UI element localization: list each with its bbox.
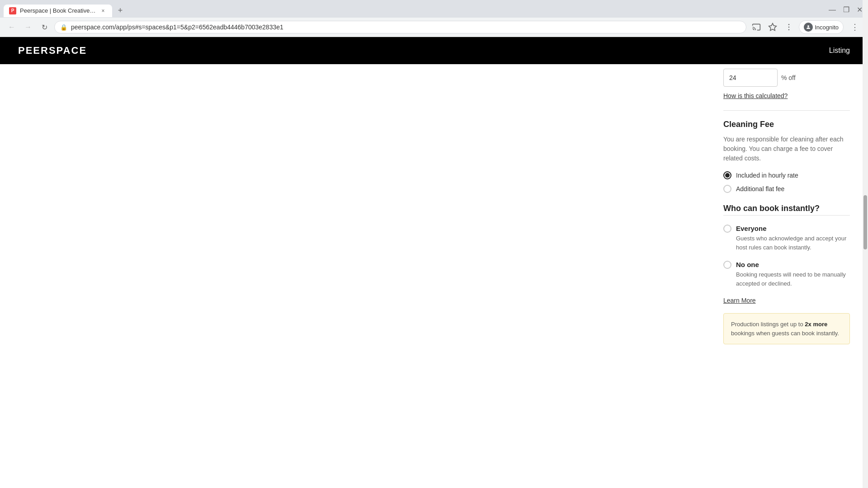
production-banner-highlight: 2x more xyxy=(805,321,827,328)
discount-input[interactable]: 24 xyxy=(723,69,778,87)
scroll-thumb[interactable] xyxy=(863,195,867,249)
cleaning-included-option[interactable]: Included in hourly rate xyxy=(723,171,850,179)
incognito-profile-button[interactable]: Incognito xyxy=(799,20,844,34)
everyone-option[interactable]: Everyone Guests who acknowledge and acce… xyxy=(723,225,850,252)
refresh-button[interactable]: ↻ xyxy=(38,21,51,33)
browser-menu-icon[interactable] xyxy=(783,21,795,33)
incognito-label: Incognito xyxy=(815,24,839,31)
minimize-button[interactable]: — xyxy=(827,4,838,16)
production-banner: Production listings get up to 2x more bo… xyxy=(723,313,850,344)
how-calculated-link[interactable]: How is this calculated? xyxy=(723,92,850,99)
main-content: 24 % off How is this calculated? Cleanin… xyxy=(0,64,868,485)
window-controls: — ❒ ✕ xyxy=(827,4,864,18)
cleaning-additional-radio[interactable] xyxy=(723,185,731,193)
url-text: peerspace.com/app/ps#s=spaces&p1=5&p2=65… xyxy=(71,23,741,31)
cleaning-additional-label: Additional flat fee xyxy=(736,185,784,192)
back-button[interactable]: ← xyxy=(5,21,18,33)
listing-nav-link[interactable]: Listing xyxy=(829,47,850,55)
svg-point-4 xyxy=(788,29,790,31)
no-one-content: No one Booking requests will need to be … xyxy=(736,261,850,288)
right-panel: 24 % off How is this calculated? Cleanin… xyxy=(705,64,868,485)
chrome-menu-button[interactable]: ⋮ xyxy=(847,20,863,34)
learn-more-link[interactable]: Learn More xyxy=(723,297,850,304)
cleaning-fee-description: You are responsible for cleaning after e… xyxy=(723,135,850,163)
address-bar-actions: Incognito ⋮ xyxy=(750,20,863,34)
production-banner-suffix: bookings when guests can book instantly. xyxy=(731,330,839,337)
svg-point-2 xyxy=(788,24,790,25)
tab-favicon: P xyxy=(9,7,16,14)
who-book-divider xyxy=(723,215,850,216)
no-one-option[interactable]: No one Booking requests will need to be … xyxy=(723,261,850,288)
tab-title: Peerspace | Book Creative Space xyxy=(20,7,96,14)
no-one-description: Booking requests will need to be manuall… xyxy=(736,270,850,288)
percent-off-label: % off xyxy=(781,74,796,81)
tab-bar: P Peerspace | Book Creative Space × + — … xyxy=(0,0,868,18)
production-banner-prefix: Production listings get up to xyxy=(731,321,805,328)
discount-row: 24 % off xyxy=(723,64,850,87)
peerspace-logo: PEERSPACE xyxy=(18,45,87,56)
no-one-radio[interactable] xyxy=(723,261,731,269)
everyone-title: Everyone xyxy=(736,225,850,232)
new-tab-button[interactable]: + xyxy=(114,5,127,17)
svg-point-5 xyxy=(807,25,809,27)
cleaning-fee-divider xyxy=(723,110,850,111)
everyone-description: Guests who acknowledge and accept your h… xyxy=(736,234,850,252)
cleaning-additional-option[interactable]: Additional flat fee xyxy=(723,185,850,193)
cleaning-included-label: Included in hourly rate xyxy=(736,172,798,179)
forward-button[interactable]: → xyxy=(22,21,34,33)
svg-point-3 xyxy=(788,27,790,28)
scroll-indicator[interactable] xyxy=(863,0,868,485)
everyone-radio[interactable] xyxy=(723,225,731,233)
bookmark-icon[interactable] xyxy=(766,21,779,33)
cleaning-included-radio[interactable] xyxy=(723,171,731,179)
tab-close-button[interactable]: × xyxy=(99,7,107,14)
lock-icon: 🔒 xyxy=(60,24,67,31)
cast-icon[interactable] xyxy=(750,21,763,33)
left-panel xyxy=(0,64,705,485)
no-one-title: No one xyxy=(736,261,850,268)
app-header: PEERSPACE Listing xyxy=(0,37,868,64)
who-book-title: Who can book instantly? xyxy=(723,204,850,213)
browser-chrome: P Peerspace | Book Creative Space × + — … xyxy=(0,0,868,37)
everyone-content: Everyone Guests who acknowledge and acce… xyxy=(736,225,850,252)
profile-icon xyxy=(804,23,813,32)
cleaning-fee-title: Cleaning Fee xyxy=(723,120,850,129)
svg-marker-1 xyxy=(769,23,777,31)
active-tab[interactable]: P Peerspace | Book Creative Space × xyxy=(4,5,112,17)
who-book-section: Who can book instantly? Everyone Guests … xyxy=(723,204,850,344)
restore-button[interactable]: ❒ xyxy=(841,4,851,16)
address-bar[interactable]: 🔒 peerspace.com/app/ps#s=spaces&p1=5&p2=… xyxy=(54,21,746,33)
address-bar-row: ← → ↻ 🔒 peerspace.com/app/ps#s=spaces&p1… xyxy=(0,18,868,37)
